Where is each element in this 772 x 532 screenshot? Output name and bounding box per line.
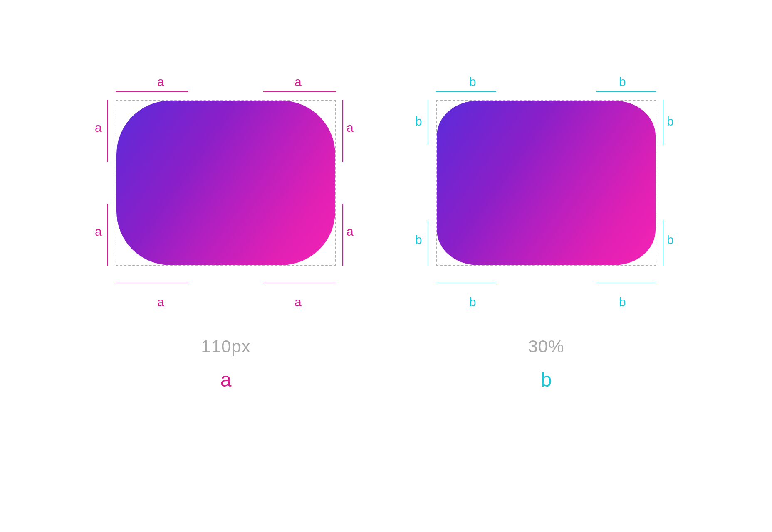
dim-line-a-right-bottom [342,204,343,266]
dim-line-a-left-bottom [107,204,108,266]
dim-line-b-bottom-right [596,283,656,283]
dim-label-a-top-left: a [157,75,164,89]
panel-b: b b b b b b b b 30% b [411,66,681,391]
caption-value-b: 30% [528,337,564,357]
dim-label-b-right-top: b [667,114,674,128]
dim-label-a-top-right: a [294,75,302,89]
caption-key-b: b [541,368,552,391]
bounding-box-a [116,100,336,266]
caption-key-a: a [220,368,232,391]
dim-label-b-top-left: b [469,75,476,89]
dim-line-b-right-bottom [663,220,663,266]
dim-label-b-bottom-left: b [469,295,476,309]
diagram-a: a a a a a a a a [91,66,361,299]
panel-a: a a a a a a a a 110px a [91,66,361,391]
dim-line-a-bottom-left [116,283,188,283]
diagram-container: a a a a a a a a 110px a [0,0,772,391]
rounded-rectangle-b [437,101,656,265]
dim-label-a-left-bottom: a [95,224,102,239]
dim-label-b-bottom-right: b [619,295,626,309]
dim-line-a-left-top [107,100,108,162]
dim-label-a-right-bottom: a [346,224,354,239]
diagram-b: b b b b b b b b [411,66,681,299]
dim-label-b-left-top: b [415,114,422,128]
dim-line-a-bottom-right [263,283,336,283]
caption-value-a: 110px [201,337,250,357]
dim-line-a-top-left [116,91,188,92]
dim-label-a-left-top: a [95,121,102,135]
dim-label-a-right-top: a [346,121,354,135]
dim-line-b-top-left [436,91,496,92]
dim-line-b-right-top [663,100,663,145]
dim-label-b-right-bottom: b [667,233,674,247]
dim-line-b-left-top [428,100,428,145]
dim-label-b-top-right: b [619,75,626,89]
dim-line-a-right-top [342,100,343,162]
dim-line-b-top-right [596,91,656,92]
dim-label-a-bottom-right: a [294,295,302,309]
dim-line-b-left-bottom [428,220,428,266]
rounded-rectangle-a [116,101,335,265]
bounding-box-b [436,100,656,266]
dim-label-a-bottom-left: a [157,295,164,309]
dim-line-a-top-right [263,91,336,92]
dim-label-b-left-bottom: b [415,233,422,247]
dim-line-b-bottom-left [436,283,496,283]
